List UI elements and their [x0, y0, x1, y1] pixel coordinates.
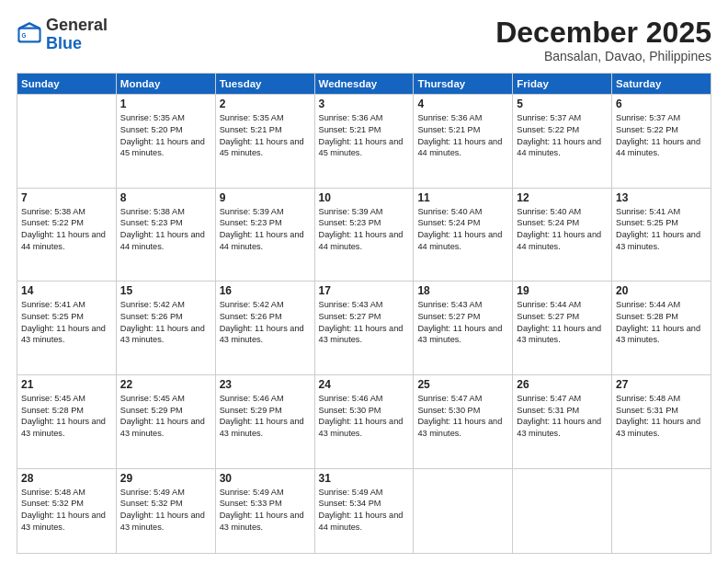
cell-info-line: Daylight: 11 hours and 44 minutes. — [616, 137, 700, 158]
cell-sun-info: Sunrise: 5:41 AMSunset: 5:25 PMDaylight:… — [21, 299, 112, 346]
cell-info-line: Sunrise: 5:36 AM — [417, 113, 482, 122]
cell-sun-info: Sunrise: 5:39 AMSunset: 5:23 PMDaylight:… — [319, 206, 410, 253]
cell-sun-info: Sunrise: 5:49 AMSunset: 5:33 PMDaylight:… — [220, 487, 311, 534]
calendar-cell: 25Sunrise: 5:47 AMSunset: 5:30 PMDayligh… — [414, 375, 513, 469]
cell-info-line: Daylight: 11 hours and 43 minutes. — [417, 324, 502, 345]
cell-info-line: Daylight: 11 hours and 43 minutes. — [120, 417, 205, 438]
cell-day-number: 3 — [319, 98, 410, 110]
cell-info-line: Sunset: 5:26 PM — [120, 312, 183, 321]
cell-sun-info: Sunrise: 5:38 AMSunset: 5:22 PMDaylight:… — [21, 206, 112, 253]
calendar-cell: 5Sunrise: 5:37 AMSunset: 5:22 PMDaylight… — [513, 95, 612, 189]
cell-info-line: Sunset: 5:28 PM — [616, 312, 678, 321]
calendar-cell — [612, 468, 711, 553]
cell-info-line: Sunset: 5:33 PM — [220, 499, 282, 508]
cell-sun-info: Sunrise: 5:48 AMSunset: 5:31 PMDaylight:… — [616, 393, 707, 440]
cell-info-line: Daylight: 11 hours and 43 minutes. — [220, 417, 304, 438]
calendar-cell: 19Sunrise: 5:44 AMSunset: 5:27 PMDayligh… — [513, 282, 612, 375]
cell-sun-info: Sunrise: 5:45 AMSunset: 5:28 PMDaylight:… — [21, 393, 112, 440]
weekday-header: Sunday — [17, 74, 117, 95]
cell-info-line: Daylight: 11 hours and 44 minutes. — [220, 230, 304, 251]
weekday-header: Tuesday — [215, 74, 314, 95]
cell-info-line: Sunset: 5:27 PM — [319, 312, 381, 321]
cell-info-line: Sunrise: 5:41 AM — [616, 207, 680, 216]
calendar-cell: 26Sunrise: 5:47 AMSunset: 5:31 PMDayligh… — [513, 375, 612, 469]
cell-info-line: Sunrise: 5:38 AM — [120, 207, 185, 216]
cell-sun-info: Sunrise: 5:39 AMSunset: 5:23 PMDaylight:… — [220, 206, 311, 253]
cell-sun-info: Sunrise: 5:36 AMSunset: 5:21 PMDaylight:… — [417, 112, 508, 159]
cell-info-line: Sunset: 5:29 PM — [220, 406, 282, 415]
calendar-cell: 10Sunrise: 5:39 AMSunset: 5:23 PMDayligh… — [314, 188, 414, 282]
weekday-header: Thursday — [414, 74, 513, 95]
cell-day-number: 21 — [21, 378, 112, 391]
calendar-cell: 27Sunrise: 5:48 AMSunset: 5:31 PMDayligh… — [612, 375, 711, 469]
cell-info-line: Sunset: 5:30 PM — [319, 406, 381, 415]
cell-info-line: Daylight: 11 hours and 44 minutes. — [517, 230, 601, 251]
cell-info-line: Daylight: 11 hours and 43 minutes. — [517, 324, 601, 345]
cell-info-line: Sunrise: 5:48 AM — [616, 394, 680, 403]
week-row: 1Sunrise: 5:35 AMSunset: 5:20 PMDaylight… — [17, 95, 711, 189]
cell-day-number: 11 — [417, 191, 508, 204]
cell-day-number: 2 — [220, 98, 311, 110]
logo-icon: G — [17, 22, 42, 48]
cell-info-line: Daylight: 11 hours and 43 minutes. — [21, 417, 106, 438]
cell-day-number: 18 — [417, 284, 508, 297]
calendar-cell: 15Sunrise: 5:42 AMSunset: 5:26 PMDayligh… — [116, 282, 215, 375]
weekday-header: Monday — [116, 74, 215, 95]
cell-sun-info: Sunrise: 5:47 AMSunset: 5:31 PMDaylight:… — [517, 393, 608, 440]
cell-info-line: Sunset: 5:23 PM — [120, 218, 183, 227]
cell-day-number: 8 — [120, 191, 211, 204]
calendar-cell: 13Sunrise: 5:41 AMSunset: 5:25 PMDayligh… — [612, 188, 711, 282]
cell-info-line: Daylight: 11 hours and 43 minutes. — [417, 417, 502, 438]
cell-info-line: Sunrise: 5:46 AM — [319, 394, 383, 403]
week-row: 21Sunrise: 5:45 AMSunset: 5:28 PMDayligh… — [17, 375, 711, 469]
calendar-cell: 8Sunrise: 5:38 AMSunset: 5:23 PMDaylight… — [116, 188, 215, 282]
calendar-cell: 2Sunrise: 5:35 AMSunset: 5:21 PMDaylight… — [215, 95, 314, 189]
cell-info-line: Sunset: 5:28 PM — [21, 406, 84, 415]
cell-info-line: Sunset: 5:25 PM — [616, 218, 678, 227]
cell-info-line: Daylight: 11 hours and 43 minutes. — [220, 511, 304, 532]
cell-day-number: 28 — [21, 472, 112, 485]
cell-sun-info: Sunrise: 5:41 AMSunset: 5:25 PMDaylight:… — [616, 206, 707, 253]
calendar-cell: 11Sunrise: 5:40 AMSunset: 5:24 PMDayligh… — [414, 188, 513, 282]
cell-info-line: Sunrise: 5:40 AM — [517, 207, 581, 216]
cell-info-line: Sunrise: 5:36 AM — [319, 113, 383, 122]
weekday-header: Friday — [513, 74, 612, 95]
cell-day-number: 30 — [220, 472, 311, 485]
calendar-cell: 17Sunrise: 5:43 AMSunset: 5:27 PMDayligh… — [314, 282, 414, 375]
cell-info-line: Sunrise: 5:48 AM — [21, 488, 85, 497]
cell-info-line: Sunrise: 5:40 AM — [417, 207, 482, 216]
weekday-header: Wednesday — [314, 74, 414, 95]
cell-info-line: Sunrise: 5:37 AM — [616, 113, 680, 122]
location-subtitle: Bansalan, Davao, Philippines — [495, 49, 711, 63]
calendar-cell: 4Sunrise: 5:36 AMSunset: 5:21 PMDaylight… — [414, 95, 513, 189]
cell-sun-info: Sunrise: 5:42 AMSunset: 5:26 PMDaylight:… — [120, 299, 211, 346]
cell-info-line: Sunset: 5:24 PM — [517, 218, 579, 227]
month-title: December 2025 — [495, 17, 711, 49]
cell-info-line: Sunrise: 5:38 AM — [21, 207, 85, 216]
cell-info-line: Sunrise: 5:39 AM — [220, 207, 284, 216]
calendar-cell: 31Sunrise: 5:49 AMSunset: 5:34 PMDayligh… — [314, 468, 414, 553]
header: G General Blue December 2025 Bansalan, D… — [17, 17, 711, 63]
cell-sun-info: Sunrise: 5:45 AMSunset: 5:29 PMDaylight:… — [120, 393, 211, 440]
cell-info-line: Sunrise: 5:37 AM — [517, 113, 581, 122]
cell-info-line: Sunset: 5:29 PM — [120, 406, 183, 415]
cell-info-line: Sunrise: 5:49 AM — [120, 488, 185, 497]
cell-day-number: 16 — [220, 284, 311, 297]
cell-info-line: Sunset: 5:34 PM — [319, 499, 381, 508]
cell-sun-info: Sunrise: 5:44 AMSunset: 5:27 PMDaylight:… — [517, 299, 608, 346]
cell-info-line: Daylight: 11 hours and 44 minutes. — [417, 230, 502, 251]
cell-day-number: 13 — [616, 191, 707, 204]
cell-day-number: 22 — [120, 378, 211, 391]
cell-day-number: 26 — [517, 378, 608, 391]
cell-day-number: 14 — [21, 284, 112, 297]
cell-info-line: Sunset: 5:22 PM — [517, 125, 579, 134]
cell-info-line: Sunrise: 5:44 AM — [517, 300, 581, 309]
week-row: 14Sunrise: 5:41 AMSunset: 5:25 PMDayligh… — [17, 282, 711, 375]
cell-sun-info: Sunrise: 5:46 AMSunset: 5:30 PMDaylight:… — [319, 393, 410, 440]
cell-info-line: Daylight: 11 hours and 43 minutes. — [616, 324, 700, 345]
calendar-cell: 7Sunrise: 5:38 AMSunset: 5:22 PMDaylight… — [17, 188, 117, 282]
cell-info-line: Sunset: 5:27 PM — [417, 312, 480, 321]
cell-info-line: Sunset: 5:32 PM — [21, 499, 84, 508]
cell-sun-info: Sunrise: 5:40 AMSunset: 5:24 PMDaylight:… — [517, 206, 608, 253]
cell-sun-info: Sunrise: 5:43 AMSunset: 5:27 PMDaylight:… — [417, 299, 508, 346]
